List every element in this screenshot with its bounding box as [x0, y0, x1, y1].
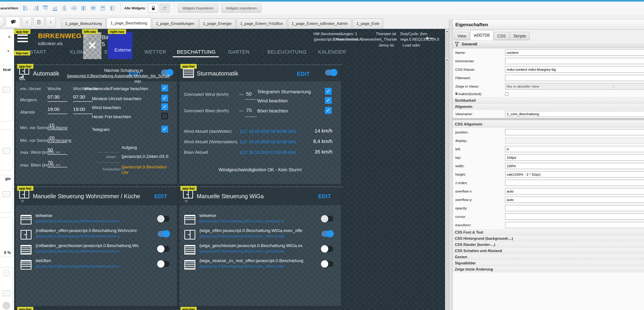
accordion-css-hintergrund[interactable]: CSS Hintergrund (background-...) [452, 235, 644, 242]
value-sonnenuntergang[interactable]: -20 [48, 135, 67, 143]
tab-1-page-beschattung[interactable]: 1_page_Beschattung [107, 17, 151, 29]
tag-button[interactable] [6, 16, 20, 27]
widget-card[interactable]: gle ✓ [0, 175, 13, 213]
align-center-v-icon[interactable] [71, 5, 77, 11]
accordion-css-raender[interactable]: CSS Ränder (border-...) [452, 242, 644, 248]
widget-label-top-nav[interactable]: top-nav [14, 51, 30, 55]
toggle-belueften[interactable] [158, 261, 170, 267]
tab-widget-w00708[interactable]: w00708 [470, 30, 493, 40]
align-top-icon[interactable] [42, 5, 48, 11]
checkbox-boeen-beachten[interactable] [325, 107, 332, 114]
widget-label-app-bar[interactable]: app-bar [17, 307, 33, 310]
edit-button[interactable]: EDIT [154, 193, 167, 200]
widget-label-app-bar[interactable]: app-bar [180, 64, 197, 69]
accordion-css-font-text[interactable]: CSS Font & Text [452, 229, 644, 235]
toggle-strasse[interactable] [322, 261, 333, 267]
toggle-teilweise[interactable] [158, 216, 170, 222]
tab-1-page-energie[interactable]: 1_page_Energie [199, 18, 236, 29]
widget-card[interactable]: tical ✓ [0, 65, 13, 121]
widget-label-app-bar[interactable]: app-bar [17, 64, 33, 69]
scroll-up-icon[interactable] [445, 57, 449, 62]
checkbox-heute-frei[interactable] [162, 113, 168, 119]
filterwort-input[interactable] [505, 75, 644, 81]
widget-card[interactable]: ✓ [0, 129, 13, 170]
value-abends-woche[interactable]: 19:00 [48, 107, 67, 114]
tab-1-page-einstellungen[interactable]: 1_page_Einstellungen [152, 18, 198, 29]
toggle-offen[interactable] [322, 231, 333, 237]
widget-card[interactable]: 1 ✓ → [0, 267, 13, 310]
align-left-icon[interactable] [23, 5, 29, 11]
width-input[interactable] [505, 163, 644, 169]
widget-label-right-nav[interactable]: right-nav [108, 29, 126, 34]
nav-beleuchtung[interactable]: BELEUCHTUNG [267, 49, 306, 55]
section-generell[interactable]: Generell [452, 40, 644, 48]
opacity-input[interactable] [505, 205, 644, 211]
overflow-x-input[interactable] [505, 188, 644, 194]
partial-round-button[interactable] [0, 16, 4, 27]
edit-canvas[interactable]: app-bar left-nav right-nav top-nav BIRKE… [14, 29, 445, 310]
tab-css[interactable]: CSS [494, 32, 509, 40]
right-nav-overlay[interactable]: Externe [108, 32, 132, 59]
edit-button[interactable]: EDIT [297, 71, 310, 77]
widgets-import-button[interactable]: Widgets Importieren [221, 4, 262, 13]
tab-skripte[interactable]: Skripte [510, 32, 530, 40]
toggle-geschlossen[interactable] [322, 246, 333, 252]
cursor-input[interactable] [505, 213, 644, 220]
align-center-h-icon[interactable] [62, 5, 68, 11]
locked-checkbox[interactable] [505, 92, 508, 96]
canvas-scrollbar[interactable] [445, 29, 449, 310]
chevron-down-icon[interactable]: ▾ [7, 49, 9, 54]
sturm-toggle[interactable] [325, 70, 337, 76]
checkbox-wind-beachten[interactable] [161, 103, 168, 110]
lock-widgets-button[interactable] [148, 4, 158, 13]
distribute-v-icon[interactable] [90, 5, 96, 11]
accordion-css-schatten[interactable]: CSS Schatten und Abstand [452, 248, 644, 254]
value-abends-wochenende[interactable]: 19:00 [73, 107, 93, 114]
position-input[interactable] [505, 129, 644, 135]
height-input[interactable] [505, 171, 644, 177]
nav-wetter[interactable]: WETTER [144, 49, 166, 55]
tab-view[interactable]: View [454, 32, 470, 40]
align-bottom-icon[interactable] [52, 5, 58, 11]
css-klasse-input[interactable] [505, 66, 644, 73]
widget-label-left-nav[interactable]: left-nav [82, 29, 98, 34]
toggle-teilweise[interactable] [322, 216, 333, 222]
nav-beschattung[interactable]: BESCHATTUNG [177, 49, 216, 55]
delete-view-button[interactable] [33, 16, 44, 27]
value-morgens-wochenende[interactable]: 07:30 [73, 94, 93, 102]
tab-1-page-extern-iobroker-admin[interactable]: 1_page_Extern_ioBroker_Admin [288, 18, 352, 29]
panel-divider[interactable] [449, 19, 452, 310]
top-input[interactable] [505, 155, 644, 160]
expand-widgets-button[interactable] [160, 4, 170, 13]
match-height-icon[interactable] [110, 5, 115, 11]
toggle-geschlossen[interactable] [158, 246, 170, 252]
widget-card[interactable]: 0 % [0, 217, 13, 257]
tab-1-page-exte[interactable]: 1_page_Exte [352, 18, 383, 29]
overflow-y-input[interactable] [505, 197, 644, 203]
match-width-icon[interactable] [100, 5, 106, 11]
section-allgemein[interactable]: Allgemein [452, 104, 644, 110]
value-grenzwert-boeen[interactable]: 70 [246, 107, 252, 113]
back-arrow-icon[interactable]: ← [423, 29, 436, 43]
widget-label-app-bar[interactable]: app-bar [180, 307, 197, 310]
value-max-wind[interactable]: 50 [48, 147, 67, 155]
checkbox-wochenende[interactable] [161, 85, 168, 91]
widget-label-app-bar[interactable]: app-bar [14, 29, 30, 34]
checkbox-wind-beachten[interactable] [325, 97, 332, 104]
externe-link[interactable]: Externe [114, 47, 131, 53]
viewname-input[interactable] [505, 111, 644, 117]
checkbox-mindest-uhrzeit[interactable] [161, 95, 168, 102]
menu-icon[interactable] [17, 34, 28, 44]
nav-kalender[interactable]: KALENDER [318, 49, 346, 55]
section-sichtbarkeit[interactable]: Sichtbarkeit [452, 97, 644, 104]
value-sonnenaufgang[interactable]: -15 [48, 123, 67, 130]
nav-garten[interactable]: GARTEN [228, 49, 250, 55]
distribute-h-icon[interactable] [81, 5, 86, 11]
accordion-gesten[interactable]: Gesten [452, 254, 644, 260]
value-morgens-woche[interactable]: 07:30 [48, 94, 67, 102]
align-right-icon[interactable] [33, 5, 38, 11]
tab-1-page-extern-fritzbox[interactable]: 1_page_Extern_FritzBox [236, 18, 287, 29]
value-max-boeen[interactable]: 70 [48, 160, 67, 167]
widget-label-app-bar[interactable]: app-bar [17, 186, 33, 191]
accordion-signalbilder[interactable]: Signalbilder [452, 260, 644, 266]
